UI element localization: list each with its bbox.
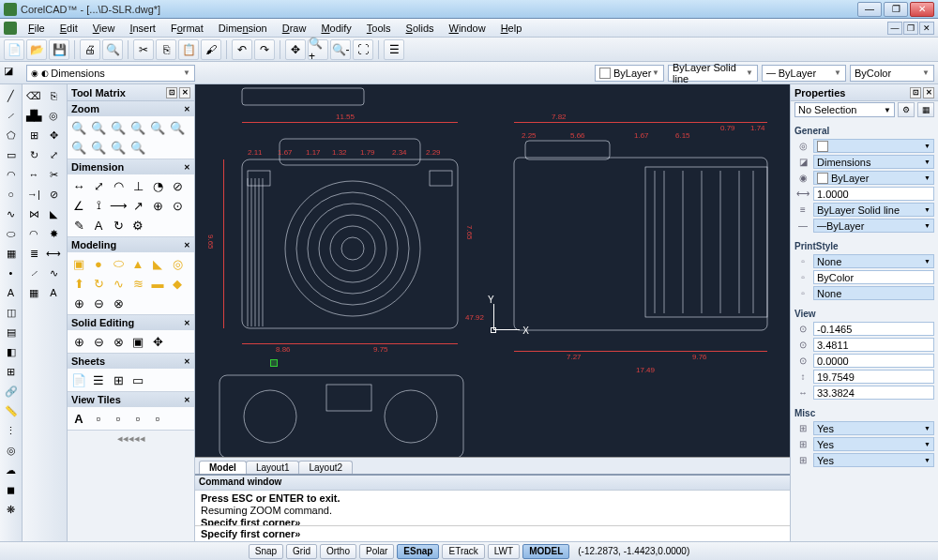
boundary-tool[interactable]: ❋ bbox=[2, 500, 21, 519]
sweep-icon[interactable]: ∿ bbox=[109, 274, 128, 293]
close-button[interactable]: ✕ bbox=[910, 2, 934, 17]
command-input[interactable]: Specify first corner» bbox=[195, 525, 790, 541]
cylinder-icon[interactable]: ⬭ bbox=[109, 254, 128, 273]
table-tool[interactable]: ▤ bbox=[2, 323, 21, 341]
offset-tool[interactable]: ◎ bbox=[44, 106, 63, 125]
zoom-object-icon[interactable]: 🔍 bbox=[129, 138, 147, 157]
grid-toggle[interactable]: Grid bbox=[286, 544, 317, 559]
copy-tool[interactable]: ⎘ bbox=[44, 86, 63, 105]
etrack-toggle[interactable]: ETrack bbox=[442, 544, 484, 559]
undo-button[interactable]: ↶ bbox=[232, 39, 252, 60]
zoom-window-icon[interactable]: 🔍 bbox=[129, 118, 147, 137]
save-button[interactable]: 💾 bbox=[49, 39, 69, 60]
new-sheet-icon[interactable]: 📄 bbox=[69, 371, 88, 389]
polar-toggle[interactable]: Polar bbox=[359, 544, 394, 559]
revcloud-tool[interactable]: ☁ bbox=[2, 461, 21, 479]
plotcolor-combo[interactable]: ByColor▼ bbox=[850, 65, 934, 82]
subtract-icon[interactable]: ⊖ bbox=[89, 294, 108, 312]
properties-button[interactable]: ☰ bbox=[384, 39, 404, 60]
dim-style-icon[interactable]: ⚙ bbox=[129, 216, 147, 235]
properties-header[interactable]: Properties ⊡✕ bbox=[791, 84, 938, 101]
menu-insert[interactable]: Insert bbox=[122, 21, 163, 36]
linecolor-field[interactable]: ByLayer▼ bbox=[813, 171, 934, 185]
lineweight-field[interactable]: —ByLayer▼ bbox=[813, 219, 934, 233]
layer-manager-button[interactable]: ◪ bbox=[4, 65, 23, 82]
linecolor-combo[interactable]: ByLayer▼ bbox=[595, 65, 664, 82]
tool-matrix-pin-icon[interactable]: ⊡ bbox=[166, 87, 177, 98]
ortho-toggle[interactable]: Ortho bbox=[320, 544, 356, 559]
edit-polyline-tool[interactable]: ⟋ bbox=[24, 264, 43, 282]
hatch-tool[interactable]: ▦ bbox=[2, 244, 21, 263]
torus-icon[interactable]: ◎ bbox=[168, 254, 187, 273]
misc-field-2[interactable]: Yes▼ bbox=[813, 437, 934, 451]
print-button[interactable]: 🖨 bbox=[80, 39, 100, 60]
new-button[interactable]: 📄 bbox=[4, 39, 24, 60]
mdi-minimize[interactable]: — bbox=[887, 22, 902, 35]
menu-modify[interactable]: Modify bbox=[313, 21, 358, 36]
zoom-out-icon[interactable]: 🔍 bbox=[109, 118, 128, 137]
dim-aligned-icon[interactable]: ⤢ bbox=[89, 176, 108, 195]
zoom-extents-button[interactable]: ⛶ bbox=[353, 39, 373, 60]
properties-pin-icon[interactable]: ⊡ bbox=[910, 87, 921, 98]
menu-draw[interactable]: Draw bbox=[275, 21, 314, 36]
zoom-all-icon[interactable]: 🔍 bbox=[69, 138, 88, 157]
explode-tool[interactable]: ✸ bbox=[44, 224, 63, 243]
loft-icon[interactable]: ≋ bbox=[129, 274, 147, 293]
solid-editing-section-header[interactable]: Solid Editing✕ bbox=[68, 315, 194, 330]
wedge-icon[interactable]: ◣ bbox=[148, 254, 167, 273]
align-tool[interactable]: ≣ bbox=[24, 244, 43, 263]
chamfer-tool[interactable]: ◣ bbox=[44, 204, 63, 223]
select-objects-button[interactable]: ▦ bbox=[917, 102, 934, 117]
divide-tool[interactable]: ⋮ bbox=[2, 421, 21, 440]
stretch-tool[interactable]: ↔ bbox=[24, 165, 43, 184]
menu-file[interactable]: File bbox=[21, 21, 53, 36]
print-preview-button[interactable]: 🔍 bbox=[102, 39, 123, 60]
dim-arc-icon[interactable]: ◠ bbox=[109, 176, 128, 195]
zoom-section-header[interactable]: Zoom✕ bbox=[68, 101, 194, 116]
extrude-icon[interactable]: ⬆ bbox=[69, 274, 88, 293]
polygon-tool[interactable]: ⬠ bbox=[2, 126, 21, 144]
edit-spline-tool[interactable]: ∿ bbox=[44, 264, 63, 282]
fillet-tool[interactable]: ◠ bbox=[24, 224, 43, 243]
sheet-list-icon[interactable]: ☰ bbox=[89, 371, 108, 389]
snap-toggle[interactable]: Snap bbox=[249, 544, 283, 559]
move-tool[interactable]: ✥ bbox=[44, 126, 63, 144]
mdi-restore[interactable]: ❐ bbox=[903, 22, 918, 35]
modeling-section-header[interactable]: Modeling✕ bbox=[68, 237, 194, 252]
dim-leader-icon[interactable]: ↗ bbox=[129, 196, 147, 215]
arc-tool[interactable]: ◠ bbox=[2, 165, 21, 184]
menu-solids[interactable]: Solids bbox=[399, 21, 442, 36]
minimize-button[interactable]: — bbox=[857, 2, 882, 17]
menu-dimension[interactable]: Dimension bbox=[211, 21, 275, 36]
zoom-scale-icon[interactable]: 🔍 bbox=[109, 138, 128, 157]
dim-linear-icon[interactable]: ↔ bbox=[69, 176, 88, 195]
se-move-icon[interactable]: ✥ bbox=[148, 332, 167, 351]
mirror-tool[interactable]: ▟▙ bbox=[24, 106, 43, 125]
open-button[interactable]: 📂 bbox=[26, 39, 47, 60]
paste-button[interactable]: 📋 bbox=[178, 39, 199, 60]
menu-tools[interactable]: Tools bbox=[359, 21, 399, 36]
menu-format[interactable]: Format bbox=[163, 21, 211, 36]
tab-model[interactable]: Model bbox=[199, 461, 247, 474]
mdi-close[interactable]: ✕ bbox=[919, 22, 934, 35]
canvas[interactable]: 11.55 2.11 1.67 1.17 1.32 1.79 2.34 2.29… bbox=[195, 84, 790, 457]
tab-layout1[interactable]: Layout1 bbox=[246, 461, 300, 474]
zoom-center-icon[interactable]: 🔍 bbox=[89, 138, 108, 157]
zoom-realtime-icon[interactable]: 🔍 bbox=[69, 118, 88, 137]
quick-select-button[interactable]: ⚙ bbox=[898, 102, 915, 117]
match-properties-button[interactable]: 🖌 bbox=[201, 39, 221, 60]
insert-tool[interactable]: ⊞ bbox=[2, 362, 21, 381]
vt-1-icon[interactable]: ▫ bbox=[89, 409, 108, 428]
dim-baseline-icon[interactable]: ⟟ bbox=[89, 196, 108, 215]
sheets-section-header[interactable]: Sheets✕ bbox=[68, 354, 194, 369]
sphere-icon[interactable]: ● bbox=[89, 254, 108, 273]
dimension-section-header[interactable]: Dimension✕ bbox=[68, 159, 194, 174]
menu-view[interactable]: View bbox=[85, 21, 123, 36]
intersect-icon[interactable]: ⊗ bbox=[109, 294, 128, 312]
trim-tool[interactable]: ✂ bbox=[44, 165, 63, 184]
layer-combo[interactable]: ◉ ◐ Dimensions▼ bbox=[26, 65, 195, 82]
erase-tool[interactable]: ⌫ bbox=[24, 86, 43, 105]
selection-combo[interactable]: No Selection▼ bbox=[794, 102, 895, 117]
esnap-toggle[interactable]: ESnap bbox=[397, 544, 439, 559]
cone-icon[interactable]: ▲ bbox=[129, 254, 147, 273]
